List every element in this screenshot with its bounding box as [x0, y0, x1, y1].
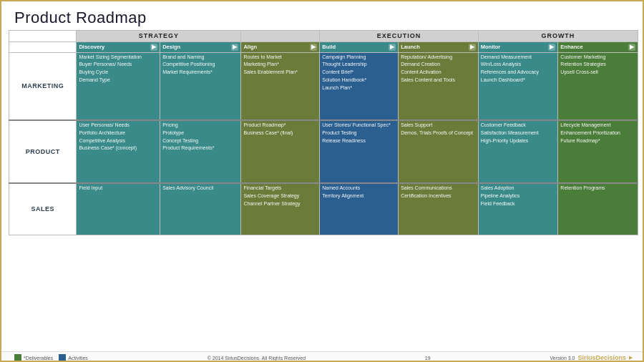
- enhance-arrow[interactable]: ▶: [628, 44, 635, 50]
- list-item: Business Case* (concept): [79, 145, 157, 152]
- list-item: Customer Marketing: [560, 54, 635, 61]
- subphase-build[interactable]: Build ▶: [320, 42, 399, 52]
- list-item: Satisfaction Measurement: [481, 130, 556, 137]
- list-item: User Personas/ Needs: [79, 122, 157, 129]
- list-item: Product Requirements*: [162, 145, 238, 152]
- subphase-discovery[interactable]: Discovery ▶: [77, 42, 160, 52]
- list-item: Sales Support: [401, 122, 476, 129]
- build-arrow[interactable]: ▶: [389, 44, 396, 50]
- list-item: Campaign Planning: [322, 54, 396, 61]
- subphase-enhance[interactable]: Enhance ▶: [558, 42, 638, 52]
- list-item: Business Case* (final): [243, 130, 317, 137]
- list-item: Upsell Cross-sell: [560, 69, 635, 76]
- sales-discovery: Field Input: [77, 183, 160, 235]
- prod-build: User Stories/ Functional Spec* Product T…: [320, 120, 399, 183]
- list-item: Product Roadmap*: [243, 122, 317, 129]
- sales-design: Sales Advisory Council: [160, 183, 241, 235]
- list-item: Buyer Personas/ Needs: [79, 62, 157, 68]
- list-item: Demos, Trials Proofs of Concept: [401, 130, 476, 137]
- activities-label: Activities: [68, 356, 88, 361]
- prod-launch: Sales Support Demos, Trials Proofs of Co…: [399, 120, 479, 183]
- sales-build: Named Accounts Territory Alignment: [320, 183, 399, 235]
- empty-corner: [9, 31, 77, 42]
- list-item: Territory Alignment: [322, 193, 396, 200]
- list-item: Lifecycle Management: [560, 122, 635, 129]
- list-item: Sales Adoption: [481, 185, 556, 192]
- subphase-align[interactable]: Align ▶: [241, 42, 320, 52]
- legend: *Deliverables Activities: [14, 354, 88, 361]
- list-item: Win/Loss Analysis: [481, 62, 556, 68]
- list-item: Financial Targets: [243, 185, 317, 192]
- list-item: Certification Incentives: [401, 193, 476, 200]
- list-item: Buying Cycle: [79, 69, 157, 76]
- marketing-label: MARKETING: [9, 52, 77, 120]
- subphase-monitor[interactable]: Monitor ▶: [478, 42, 558, 52]
- legend-activities: Activities: [59, 354, 88, 361]
- prod-monitor: Customer Feedback Satisfaction Measureme…: [478, 120, 558, 183]
- list-item: Field Feedback: [481, 201, 556, 207]
- list-item: Customer Feedback: [481, 122, 556, 129]
- prod-enhance: Lifecycle Management Enhancement Priorit…: [558, 120, 638, 183]
- list-item: Prototype: [162, 130, 238, 137]
- copyright: © 2014 SiriusDecisions. All Rights Reser…: [208, 356, 306, 361]
- align-arrow[interactable]: ▶: [310, 44, 317, 50]
- list-item: Solution Handbook*: [322, 77, 396, 84]
- list-item: Enhancement Prioritization: [560, 130, 635, 137]
- mkt-build: Campaign Planning Thought Leadership Con…: [320, 52, 399, 120]
- list-item: Reputation/ Advertising: [401, 54, 476, 61]
- marketing-row: MARKETING Market Sizing Segmentation Buy…: [9, 52, 638, 120]
- subphase-launch[interactable]: Launch ▶: [399, 42, 479, 52]
- list-item: Competitive Positioning: [162, 62, 238, 68]
- sales-launch: Sales Communications Certification Incen…: [399, 183, 479, 235]
- design-arrow[interactable]: ▶: [231, 44, 238, 50]
- list-item: Sales Coverage Strategy: [243, 193, 317, 200]
- list-item: Retention Programs: [560, 185, 635, 192]
- sales-row: SALES Field Input Sales Advisory Council…: [9, 183, 638, 235]
- list-item: Market Requirements*: [162, 69, 238, 76]
- page-number: 19: [425, 356, 431, 361]
- version-brand: Version 3.0 SiriusDecisions ▶: [550, 354, 633, 361]
- deliverables-label: *Deliverables: [24, 356, 53, 361]
- footer: *Deliverables Activities © 2014 SiriusDe…: [1, 351, 644, 362]
- list-item: Demand Measurement: [481, 54, 556, 61]
- sales-enhance: Retention Programs: [558, 183, 638, 235]
- sales-label: SALES: [9, 183, 77, 235]
- list-item: Launch Plan*: [322, 85, 396, 92]
- subphase-design[interactable]: Design ▶: [160, 42, 241, 52]
- list-item: Concept Testing: [162, 138, 238, 145]
- list-item: Demand Type: [79, 77, 157, 84]
- list-item: Routes to Market: [243, 54, 317, 61]
- mkt-align: Routes to Market Marketing Plan* Sales E…: [241, 52, 320, 120]
- list-item: High-Priority Updates: [481, 138, 556, 145]
- page: Product Roadmap STRATEGY EXECUTION: [1, 1, 644, 362]
- header: Product Roadmap: [1, 1, 644, 30]
- discovery-arrow[interactable]: ▶: [150, 44, 157, 50]
- list-item: User Stories/ Functional Spec*: [322, 122, 396, 129]
- list-item: Named Accounts: [322, 185, 396, 192]
- brand-arrow: ▶: [629, 355, 633, 361]
- main-content: STRATEGY EXECUTION GROWTH Discovery ▶ De…: [1, 30, 644, 351]
- phase-header-row: STRATEGY EXECUTION GROWTH: [9, 31, 638, 42]
- mkt-monitor: Demand Measurement Win/Loss Analysis Ref…: [478, 52, 558, 120]
- list-item: Release Readiness: [322, 138, 396, 145]
- product-row: PRODUCT User Personas/ Needs Portfolio A…: [9, 120, 638, 183]
- list-item: Content Brief*: [322, 69, 396, 76]
- mkt-launch: Reputation/ Advertising Demand Creation …: [399, 52, 479, 120]
- empty-subheader: [9, 42, 77, 52]
- phase-growth: GROWTH: [478, 31, 638, 42]
- list-item: Brand and Naming: [162, 54, 238, 61]
- subphase-header-row: Discovery ▶ Design ▶ Align ▶ Build ▶ Lau…: [9, 42, 638, 52]
- legend-deliverables: *Deliverables: [14, 354, 53, 361]
- version-text: Version 3.0: [550, 356, 575, 361]
- phase-strategy: STRATEGY: [77, 31, 241, 42]
- monitor-arrow[interactable]: ▶: [548, 44, 555, 50]
- list-item: Sales Advisory Council: [162, 185, 238, 192]
- phase-strategy-align: [241, 31, 320, 42]
- list-item: Portfolio Architecture: [79, 130, 157, 137]
- deliverables-box: [14, 354, 21, 361]
- list-item: Product Testing: [322, 130, 396, 137]
- list-item: Demand Creation: [401, 62, 476, 68]
- list-item: Launch Dashboard*: [481, 77, 556, 84]
- product-label: PRODUCT: [9, 120, 77, 183]
- launch-arrow[interactable]: ▶: [469, 44, 476, 50]
